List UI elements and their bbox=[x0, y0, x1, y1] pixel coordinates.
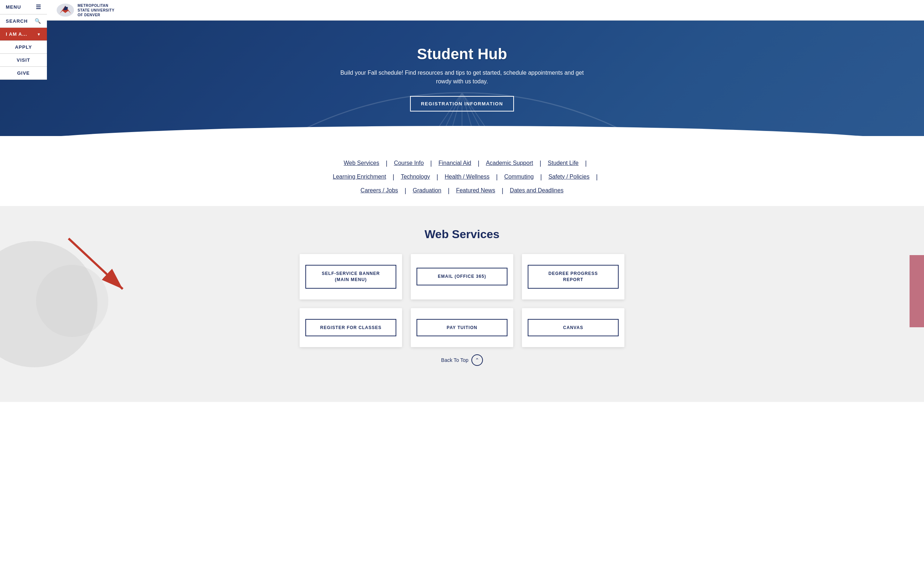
nav-link-course-info[interactable]: Course Info bbox=[387, 158, 430, 168]
search-button[interactable]: SEARCH 🔍 bbox=[0, 15, 47, 28]
menu-label: MENU bbox=[6, 4, 21, 10]
self-service-banner-card[interactable]: SELF-SERVICE BANNER(MAIN MENU) bbox=[300, 254, 402, 300]
back-to-top-label: Back To Top bbox=[441, 357, 469, 363]
search-label: SEARCH bbox=[6, 18, 28, 24]
back-to-top-section: Back To Top ⌃ bbox=[7, 347, 917, 373]
degree-progress-card[interactable]: DEGREE PROGRESSREPORT bbox=[522, 254, 624, 300]
svg-line-15 bbox=[69, 239, 123, 289]
email-label: EMAIL (OFFICE 365) bbox=[424, 274, 500, 280]
nav-link-commuting[interactable]: Commuting bbox=[498, 171, 540, 182]
nav-link-academic-support[interactable]: Academic Support bbox=[479, 158, 540, 168]
hero-title: Student Hub bbox=[336, 46, 588, 63]
nav-link-safety-policies[interactable]: Safety / Policies bbox=[542, 171, 596, 182]
nav-links-row-1: Web Services | Course Info | Financial A… bbox=[7, 158, 917, 168]
web-services-cards-grid: SELF-SERVICE BANNER(MAIN MENU) EMAIL (OF… bbox=[300, 254, 624, 347]
visit-label: VISIT bbox=[16, 58, 30, 63]
i-am-label: I AM A... bbox=[6, 31, 27, 37]
red-arrow-annotation bbox=[58, 228, 137, 307]
right-accent-bar bbox=[909, 255, 924, 327]
logo-text: Metropolitan State University of Denver bbox=[78, 3, 114, 17]
svg-point-5 bbox=[137, 129, 787, 136]
separator-5: | bbox=[585, 160, 587, 167]
search-icon: 🔍 bbox=[35, 18, 41, 24]
nav-link-technology[interactable]: Technology bbox=[394, 171, 436, 182]
register-classes-label: REGISTER FOR CLASSES bbox=[313, 325, 388, 331]
menu-button[interactable]: MENU ☰ bbox=[0, 0, 47, 15]
nav-link-graduation[interactable]: Graduation bbox=[406, 185, 448, 196]
university-logo bbox=[56, 3, 75, 17]
nav-links-row-2: Learning Enrichment | Technology | Healt… bbox=[7, 171, 917, 182]
degree-progress-label: DEGREE PROGRESSREPORT bbox=[536, 270, 611, 283]
back-to-top-button[interactable]: Back To Top ⌃ bbox=[441, 354, 483, 366]
hero-section: Student Hub Build your Fall schedule! Fi… bbox=[0, 21, 924, 136]
self-service-banner-label: SELF-SERVICE BANNER(MAIN MENU) bbox=[313, 270, 388, 283]
nav-links-section: Web Services | Course Info | Financial A… bbox=[0, 147, 924, 206]
logo-area[interactable]: Metropolitan State University of Denver bbox=[56, 3, 114, 17]
canvas-card[interactable]: CANVAS bbox=[522, 308, 624, 348]
nav-link-featured-news[interactable]: Featured News bbox=[449, 185, 502, 196]
separator-10: | bbox=[596, 173, 598, 181]
nav-link-careers-jobs[interactable]: Careers / Jobs bbox=[354, 185, 404, 196]
nav-links-row-3: Careers / Jobs | Graduation | Featured N… bbox=[7, 185, 917, 196]
top-header: Metropolitan State University of Denver bbox=[0, 0, 924, 21]
web-services-title: Web Services bbox=[7, 228, 917, 241]
pay-tuition-card[interactable]: PAY TUITION bbox=[411, 308, 513, 348]
pay-tuition-label: PAY TUITION bbox=[424, 325, 500, 331]
nav-link-financial-aid[interactable]: Financial Aid bbox=[432, 158, 478, 168]
nav-link-web-services[interactable]: Web Services bbox=[337, 158, 386, 168]
chevron-up-icon: ⌃ bbox=[475, 357, 479, 363]
svg-point-3 bbox=[66, 7, 68, 9]
back-to-top-circle: ⌃ bbox=[471, 354, 483, 366]
registration-info-button[interactable]: REGISTRATION INFORMATION bbox=[410, 96, 514, 112]
nav-link-health-wellness[interactable]: Health / Wellness bbox=[438, 171, 496, 182]
visit-button[interactable]: VISIT bbox=[0, 54, 47, 67]
give-label: GIVE bbox=[17, 70, 30, 76]
web-services-section: Web Services SELF-SERVICE BANNER(MAIN ME… bbox=[0, 206, 924, 402]
give-button[interactable]: GIVE bbox=[0, 67, 47, 80]
canvas-label: CANVAS bbox=[536, 325, 611, 331]
hamburger-icon: ☰ bbox=[36, 3, 41, 10]
nav-link-dates-deadlines[interactable]: Dates and Deadlines bbox=[503, 185, 570, 196]
apply-button[interactable]: APPLY bbox=[0, 41, 47, 54]
email-card[interactable]: EMAIL (OFFICE 365) bbox=[411, 254, 513, 300]
register-classes-card[interactable]: REGISTER FOR CLASSES bbox=[300, 308, 402, 348]
hero-subtitle: Build your Fall schedule! Find resources… bbox=[336, 69, 588, 86]
hero-content: Student Hub Build your Fall schedule! Fi… bbox=[264, 31, 660, 126]
chevron-down-icon: ▼ bbox=[37, 32, 41, 36]
apply-label: APPLY bbox=[15, 45, 32, 50]
i-am-button[interactable]: I AM A... ▼ bbox=[0, 28, 47, 41]
nav-link-student-life[interactable]: Student Life bbox=[541, 158, 585, 168]
nav-link-learning-enrichment[interactable]: Learning Enrichment bbox=[326, 171, 393, 182]
